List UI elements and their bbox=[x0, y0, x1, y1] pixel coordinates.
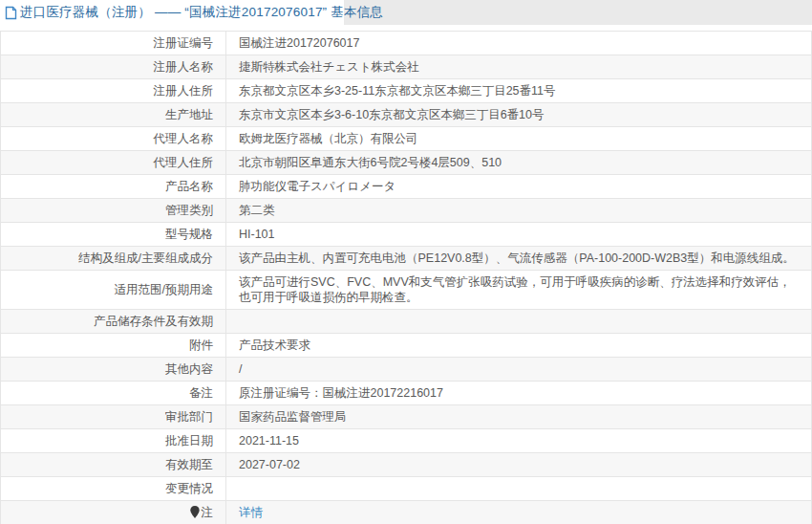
row-label-text: 型号规格 bbox=[165, 228, 213, 241]
row-value: 北京市朝阳区阜通东大街6号院2号楼4层509、510 bbox=[226, 151, 812, 175]
row-value: 东京市文京区本乡3-6-10东京都文京区本鄉三丁目6番10号 bbox=[226, 103, 812, 127]
row-value bbox=[226, 310, 812, 334]
table-row: 注册证编号国械注进20172076017 bbox=[1, 32, 812, 55]
table-row: 型号规格HI-101 bbox=[1, 223, 812, 247]
page-header-tab: 进口医疗器械（注册） —— “国械注进20172076017” 基本信息 bbox=[0, 0, 344, 25]
row-label-text: 结构及组成/主要组成成分 bbox=[78, 251, 213, 265]
table-row: 审批部门国家药品监督管理局 bbox=[1, 405, 812, 429]
row-label: 产品储存条件及有效期 bbox=[1, 310, 226, 334]
table-row: 注册人住所东京都文京区本乡3-25-11东京都文京区本鄉三丁目25番11号 bbox=[1, 79, 812, 103]
details-link[interactable]: 详情 bbox=[239, 506, 263, 519]
row-value-text: 肺功能仪電子スパイロメータ bbox=[239, 180, 395, 193]
row-value: 2021-11-15 bbox=[226, 429, 812, 453]
row-label-text: 审批部门 bbox=[165, 410, 213, 424]
row-label-text: 产品名称 bbox=[165, 180, 213, 193]
table-row: 结构及组成/主要组成成分该产品由主机、内置可充电电池（PE12V0.8型）、气流… bbox=[1, 247, 812, 271]
row-label-text: 代理人名称 bbox=[154, 132, 214, 145]
table-row: 注详情 bbox=[1, 501, 812, 524]
row-label: 注册证编号 bbox=[1, 32, 226, 55]
row-label: 批准日期 bbox=[1, 429, 226, 453]
row-label-text: 注 bbox=[202, 506, 214, 519]
row-label-text: 产品储存条件及有效期 bbox=[94, 315, 213, 328]
row-value: / bbox=[226, 358, 812, 382]
table-row: 管理类别第二类 bbox=[1, 199, 812, 223]
row-label-text: 有效期至 bbox=[165, 458, 213, 471]
row-label: 变更情况 bbox=[1, 477, 226, 501]
page-header: 进口医疗器械（注册） —— “国械注进20172076017” 基本信息 bbox=[0, 0, 812, 25]
row-value-text: 东京都文京区本乡3-25-11东京都文京区本鄉三丁目25番11号 bbox=[239, 84, 556, 98]
row-value-text: 2027-07-02 bbox=[239, 458, 300, 471]
row-value-text: HI-101 bbox=[239, 228, 275, 241]
row-label-text: 批准日期 bbox=[165, 434, 213, 448]
row-value-text: 东京市文京区本乡3-6-10东京都文京区本鄉三丁目6番10号 bbox=[239, 108, 545, 121]
row-label-text: 管理类别 bbox=[165, 204, 213, 217]
pin-icon bbox=[190, 506, 200, 518]
row-label: 产品名称 bbox=[1, 175, 226, 199]
table-row: 批准日期2021-11-15 bbox=[1, 429, 812, 453]
row-value: 该产品由主机、内置可充电电池（PE12V0.8型）、气流传感器（PA-100-2… bbox=[226, 247, 812, 271]
row-label-text: 注册人住所 bbox=[154, 84, 214, 98]
row-label: 注册人住所 bbox=[1, 79, 226, 103]
row-label: 代理人住所 bbox=[1, 151, 226, 175]
table-row: 注册人名称捷斯特株式会社チェスト株式会社 bbox=[1, 55, 812, 79]
row-value-text: 该产品由主机、内置可充电电池（PE12V0.8型）、气流传感器（PA-100-2… bbox=[239, 251, 795, 265]
row-label: 有效期至 bbox=[1, 453, 226, 477]
row-label: 附件 bbox=[1, 334, 226, 358]
table-row: 代理人名称欧姆龙医疗器械（北京）有限公司 bbox=[1, 127, 812, 151]
row-label: 备注 bbox=[1, 382, 226, 405]
table-row: 产品储存条件及有效期 bbox=[1, 310, 812, 334]
document-icon bbox=[5, 6, 17, 20]
row-value-text: 2021-11-15 bbox=[239, 434, 299, 448]
row-value: 国械注进20172076017 bbox=[226, 32, 812, 55]
row-label-text: 适用范围/预期用途 bbox=[115, 283, 213, 296]
row-label: 结构及组成/主要组成成分 bbox=[1, 247, 226, 271]
table-row: 附件产品技术要求 bbox=[1, 334, 812, 358]
table-row: 产品名称肺功能仪電子スパイロメータ bbox=[1, 175, 812, 199]
row-label: 适用范围/预期用途 bbox=[1, 271, 226, 310]
row-value: 详情 bbox=[226, 501, 812, 524]
table-row: 有效期至2027-07-02 bbox=[1, 453, 812, 477]
row-label: 审批部门 bbox=[1, 405, 226, 429]
row-value-text: 第二类 bbox=[239, 204, 275, 217]
table-row: 适用范围/预期用途该产品可进行SVC、FVC、MVV和支气管扩张吸药试验，可用于… bbox=[1, 271, 812, 310]
row-value-text: 捷斯特株式会社チェスト株式会社 bbox=[239, 60, 419, 74]
table-row: 生产地址东京市文京区本乡3-6-10东京都文京区本鄉三丁目6番10号 bbox=[1, 103, 812, 127]
table-row: 其他内容/ bbox=[1, 358, 812, 382]
row-value: 第二类 bbox=[226, 199, 812, 223]
row-label: 管理类别 bbox=[1, 199, 226, 223]
row-value-text: / bbox=[239, 362, 242, 376]
table-row: 变更情况 bbox=[1, 477, 812, 501]
row-value: 肺功能仪電子スパイロメータ bbox=[226, 175, 812, 199]
page-title: 进口医疗器械（注册） —— “国械注进20172076017” 基本信息 bbox=[20, 4, 383, 21]
row-label: 生产地址 bbox=[1, 103, 226, 127]
info-table: 注册证编号国械注进20172076017注册人名称捷斯特株式会社チェスト株式会社… bbox=[0, 31, 812, 524]
row-label-text: 附件 bbox=[189, 338, 213, 352]
row-value-text: 产品技术要求 bbox=[239, 338, 310, 352]
row-value: 欧姆龙医疗器械（北京）有限公司 bbox=[226, 127, 812, 151]
row-value: HI-101 bbox=[226, 223, 812, 247]
row-label-text: 变更情况 bbox=[165, 482, 213, 495]
row-label: 型号规格 bbox=[1, 223, 226, 247]
row-label: 注册人名称 bbox=[1, 55, 226, 79]
row-value: 产品技术要求 bbox=[226, 334, 812, 358]
table-row: 备注原注册证编号：国械注进20172216017 bbox=[1, 382, 812, 405]
row-value-text: 该产品可进行SVC、FVC、MVV和支气管扩张吸药试验，可用于呼吸疾病的诊断、疗… bbox=[239, 275, 791, 304]
registration-info-section: 注册证编号国械注进20172076017注册人名称捷斯特株式会社チェスト株式会社… bbox=[0, 31, 812, 524]
row-value: 国家药品监督管理局 bbox=[226, 405, 812, 429]
row-label-text: 生产地址 bbox=[165, 108, 213, 121]
row-value-text: 北京市朝阳区阜通东大街6号院2号楼4层509、510 bbox=[239, 156, 502, 169]
row-label: 注 bbox=[1, 501, 226, 524]
row-label-text: 备注 bbox=[189, 386, 213, 400]
row-value-text: 国械注进20172076017 bbox=[239, 36, 359, 50]
row-value-text: 国家药品监督管理局 bbox=[239, 410, 347, 424]
row-value bbox=[226, 477, 812, 501]
row-value-text: 欧姆龙医疗器械（北京）有限公司 bbox=[239, 132, 418, 145]
row-label-text: 注册证编号 bbox=[154, 36, 214, 50]
row-value: 该产品可进行SVC、FVC、MVV和支气管扩张吸药试验，可用于呼吸疾病的诊断、疗… bbox=[226, 271, 812, 310]
row-label: 代理人名称 bbox=[1, 127, 226, 151]
row-label: 其他内容 bbox=[1, 358, 226, 382]
row-label-text: 注册人名称 bbox=[154, 60, 214, 74]
row-value: 东京都文京区本乡3-25-11东京都文京区本鄉三丁目25番11号 bbox=[226, 79, 812, 103]
row-label-text: 代理人住所 bbox=[154, 156, 214, 169]
row-value: 2027-07-02 bbox=[226, 453, 812, 477]
